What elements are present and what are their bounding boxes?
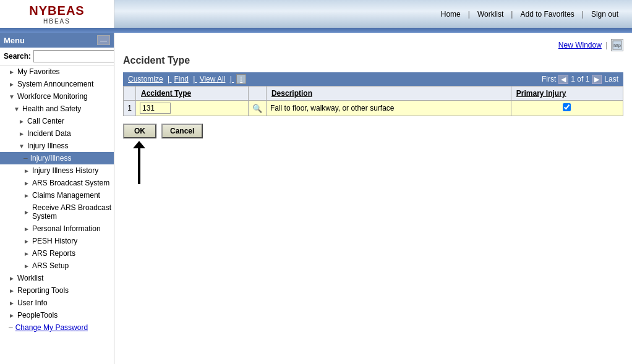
menu-close-button[interactable]: — xyxy=(97,35,110,45)
sidebar-item-change-password[interactable]: – Change My Password xyxy=(0,321,114,334)
home-link[interactable]: Home xyxy=(433,10,468,19)
table-toolbar: Customize | Find | View All | ⁝ First ◀ … xyxy=(123,72,623,86)
tri-right-icon: ► xyxy=(9,312,15,319)
sidebar-label: ARS Broadcast System xyxy=(32,179,109,187)
new-window-bar: New Window | http xyxy=(123,39,623,51)
search-cell: 🔍 xyxy=(248,101,266,116)
sidebar-label: Call Center xyxy=(27,117,64,125)
add-favorites-link[interactable]: Add to Favorites xyxy=(513,10,581,19)
primary-injury-checkbox[interactable] xyxy=(563,103,571,111)
col-header-accident-type[interactable]: Accident Type xyxy=(136,87,249,101)
sidebar-item-personal-information[interactable]: ► Personal Information xyxy=(0,222,114,235)
sidebar-label[interactable]: Change My Password xyxy=(15,323,88,332)
logo-title: NYBEAS xyxy=(29,4,84,18)
content-area: New Window | http Accident Type Customiz… xyxy=(114,33,632,364)
tri-right-icon: ► xyxy=(23,250,30,257)
new-window-link[interactable]: New Window xyxy=(558,41,602,49)
search-input[interactable] xyxy=(33,50,114,62)
sidebar-label: Injury Illness xyxy=(27,142,69,150)
row-number: 1 xyxy=(124,101,136,116)
sidebar-item-receive-ars-broadcast[interactable]: ► Receive ARS Broadcast System xyxy=(0,201,114,222)
cancel-button[interactable]: Cancel xyxy=(161,124,203,138)
find-link[interactable]: Find xyxy=(174,75,188,83)
tri-right-icon: ► xyxy=(9,69,15,75)
tri-right-icon: ► xyxy=(23,238,30,245)
data-table: Accident Type Description Primary Injury… xyxy=(123,86,623,116)
sign-out-link[interactable]: Sign out xyxy=(584,10,626,19)
ok-button[interactable]: OK xyxy=(123,124,156,138)
col-header-primary-injury[interactable]: Primary Injury xyxy=(511,87,623,101)
tri-right-icon: ► xyxy=(23,167,30,174)
sidebar-label: Health and Safety xyxy=(22,104,81,113)
accident-type-cell xyxy=(136,101,249,116)
sidebar-item-ars-broadcast-system[interactable]: ► ARS Broadcast System xyxy=(0,177,114,189)
sidebar-item-ars-setup[interactable]: ► ARS Setup xyxy=(0,260,114,272)
sidebar-item-injury-illness-history[interactable]: ► Injury Illness History xyxy=(0,164,114,177)
page-info: 1 of 1 xyxy=(571,75,589,83)
sidebar-label: Personal Information xyxy=(32,224,101,233)
tri-right-icon: ► xyxy=(23,226,30,232)
primary-injury-cell xyxy=(511,101,623,116)
sidebar-item-claims-management[interactable]: ► Claims Management xyxy=(0,189,114,201)
sidebar-item-system-announcement[interactable]: ► System Announcement xyxy=(0,78,114,90)
col-header-description[interactable]: Description xyxy=(266,87,511,101)
accident-type-input[interactable] xyxy=(140,103,171,114)
next-button[interactable]: ▶ xyxy=(592,75,602,84)
tri-down-icon: ▼ xyxy=(9,93,15,100)
toolbar-right: First ◀ 1 of 1 ▶ Last xyxy=(542,75,618,84)
sidebar-item-people-tools[interactable]: ► PeopleTools xyxy=(0,309,114,321)
tri-right-icon: ► xyxy=(23,180,30,187)
menu-header: Menu — xyxy=(0,33,114,48)
sidebar-item-worklist[interactable]: ► Worklist xyxy=(0,272,114,284)
sidebar-item-reporting-tools[interactable]: ► Reporting Tools xyxy=(0,284,114,297)
sidebar-item-pesh-history[interactable]: ► PESH History xyxy=(0,235,114,247)
search-label: Search: xyxy=(4,52,31,61)
button-row: OK Cancel xyxy=(123,124,623,138)
sidebar-label: Workforce Monitoring xyxy=(17,92,88,101)
svg-text:http: http xyxy=(613,43,621,48)
sidebar-item-my-favorites[interactable]: ► My Favorites xyxy=(0,66,114,78)
tri-right-icon: ► xyxy=(9,300,15,307)
sidebar-item-health-safety[interactable]: ▼ Health and Safety xyxy=(0,103,114,115)
sidebar-label: ARS Setup xyxy=(32,261,69,270)
view-all-link[interactable]: View All xyxy=(200,75,226,83)
tri-right-icon: ► xyxy=(19,118,25,125)
prev-button[interactable]: ◀ xyxy=(558,75,568,84)
worklist-link[interactable]: Worklist xyxy=(470,10,511,19)
search-icon-button[interactable]: 🔍 xyxy=(252,104,262,113)
sidebar-label: My Favorites xyxy=(17,67,60,76)
tri-right-icon: ► xyxy=(23,209,30,216)
sidebar: Menu — Search: ► ► My Favorites ► System… xyxy=(0,33,114,364)
grid-icon[interactable]: ⁝ xyxy=(236,74,246,84)
sidebar-item-injury-illness[interactable]: ▼ Injury Illness xyxy=(0,140,114,152)
sidebar-label: Incident Data xyxy=(27,129,71,138)
tri-right-icon: ► xyxy=(9,275,15,282)
arrow-annotation xyxy=(123,141,623,184)
tri-down-icon: ▼ xyxy=(14,106,20,112)
top-header: NYBEAS HBEAS Home | Worklist | Add to Fa… xyxy=(0,0,632,28)
pipe-sep: | xyxy=(605,41,607,49)
tri-right-icon: ► xyxy=(9,287,15,294)
sidebar-item-ars-reports[interactable]: ► ARS Reports xyxy=(0,247,114,260)
logo-subtitle: HBEAS xyxy=(29,18,84,25)
sidebar-item-injury-illness-sub[interactable]: – Injury/Illness xyxy=(0,152,114,164)
menu-title: Menu xyxy=(4,36,25,45)
description-cell: Fall to floor, walkway, or other surface xyxy=(266,101,511,116)
sidebar-item-workforce-monitoring[interactable]: ▼ Workforce Monitoring xyxy=(0,90,114,103)
blue-bar xyxy=(0,28,632,33)
sidebar-item-user-info[interactable]: ► User Info xyxy=(0,297,114,309)
toolbar-left: Customize | Find | View All | ⁝ xyxy=(128,74,249,84)
tri-right-icon: ► xyxy=(19,130,25,137)
sidebar-label: User Info xyxy=(17,298,48,307)
sidebar-item-incident-data[interactable]: ► Incident Data xyxy=(0,127,114,140)
tri-right-icon: ► xyxy=(23,263,30,269)
customize-link[interactable]: Customize xyxy=(128,75,163,83)
sidebar-label: Worklist xyxy=(17,274,43,282)
http-icon[interactable]: http xyxy=(611,39,623,51)
sidebar-label: Receive ARS Broadcast System xyxy=(32,203,111,221)
sidebar-item-call-center[interactable]: ► Call Center xyxy=(0,115,114,127)
tri-right-icon: ► xyxy=(9,81,15,88)
sidebar-label: Reporting Tools xyxy=(17,286,69,295)
sidebar-label: Injury Illness History xyxy=(32,166,98,175)
search-area: Search: ► xyxy=(0,48,114,66)
